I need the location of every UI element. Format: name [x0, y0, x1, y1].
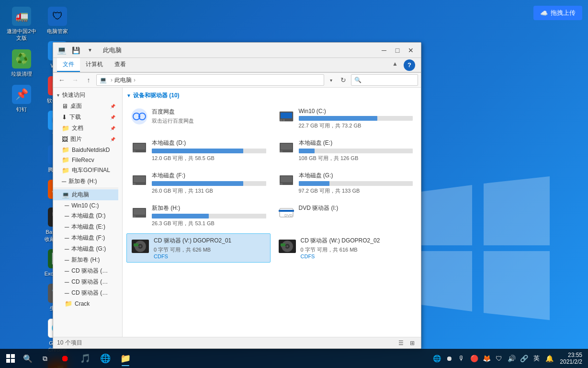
- local-d2-icon: ─: [65, 212, 69, 219]
- train-icon: 📁: [62, 167, 69, 174]
- drive-local-f[interactable]: 本地磁盘 (F:) 26.0 GB 可用，共 131 GB: [126, 168, 271, 198]
- sys-icon-network[interactable]: 🌐: [431, 350, 442, 367]
- forward-button[interactable]: →: [69, 74, 81, 86]
- new-h-bar-bg: [152, 214, 266, 218]
- ribbon-tab-computer[interactable]: 计算机: [80, 58, 109, 72]
- ribbon-tab-file[interactable]: 文件: [57, 58, 80, 72]
- taskbar-app-record[interactable]: ⏺: [56, 350, 75, 367]
- svg-rect-9: [280, 119, 283, 121]
- address-bar[interactable]: 💻 › 此电脑 ›: [96, 74, 324, 86]
- quick-dropdown-button[interactable]: ▼: [84, 46, 96, 55]
- local-e-drive-name: 本地磁盘 (E:): [299, 139, 413, 147]
- ribbon-expand-button[interactable]: ▲: [388, 58, 402, 72]
- clock-date: 2021/2/2: [560, 358, 582, 365]
- sys-icon-browser[interactable]: 🦊: [481, 350, 492, 367]
- sidebar-item-win10c[interactable]: ─ Win10 (C:): [53, 200, 118, 210]
- sidebar-item-cd-w[interactable]: ─ CD 驱动器 (W:): [53, 276, 118, 288]
- desktop-icon-game[interactable]: 🚛 遨游中国2中文版: [5, 5, 38, 44]
- sys-icon-volume[interactable]: 🔊: [506, 350, 517, 367]
- help-button[interactable]: ?: [404, 59, 415, 71]
- ribbon-tab-view[interactable]: 查看: [109, 58, 132, 72]
- sidebar-item-local-g2[interactable]: ─ 本地磁盘 (G:): [53, 243, 118, 254]
- sidebar-item-cd-v2[interactable]: ─ CD 驱动器 (V:) D: [53, 288, 118, 299]
- taskview-icon: ⧉: [43, 355, 47, 363]
- desktop-icon-trash[interactable]: ♻️ 垃圾清理: [5, 47, 38, 79]
- drive-local-e[interactable]: 本地磁盘 (E:) 108 GB 可用，共 126 GB: [273, 136, 418, 165]
- drive-cd-w[interactable]: CD 驱动器 (W:) DGOPRO2_02 0 字节 可用，共 616 MB …: [273, 233, 418, 263]
- sidebar-item-baidudisk[interactable]: 📁 BaiduNetdiskD: [53, 145, 118, 155]
- sys-icon-rec[interactable]: ⏺: [443, 350, 455, 367]
- local-e-bar-fill: [299, 149, 315, 153]
- local-e-size: 108 GB 可用，共 126 GB: [299, 155, 413, 162]
- cd-w-size: 0 字节 可用，共 616 MB: [301, 246, 413, 253]
- back-button[interactable]: ←: [56, 74, 68, 86]
- new-h-bar-fill: [152, 214, 209, 218]
- search-box[interactable]: 🔍: [351, 74, 418, 86]
- clock[interactable]: 23:55 2021/2/2: [556, 350, 586, 367]
- taskview-button[interactable]: ⧉: [36, 350, 54, 367]
- drive-local-g[interactable]: 本地磁盘 (G:) 97.2 GB 可用，共 133 GB: [273, 168, 418, 198]
- start-button[interactable]: [2, 350, 19, 367]
- local-d-drive-info: 本地磁盘 (D:) 12.0 GB 可用，共 58.5 GB: [152, 139, 266, 162]
- game-icon-img: 🚛: [12, 7, 31, 26]
- taskbar-search-button[interactable]: 🔍: [19, 350, 36, 367]
- notification-icon[interactable]: 🔔: [543, 350, 555, 367]
- view-large-icons-button[interactable]: ⊞: [407, 339, 417, 347]
- address-separator2: ›: [134, 77, 136, 83]
- sys-icon-red[interactable]: 🔴: [468, 350, 480, 367]
- svg-rect-15: [281, 144, 292, 150]
- docs-pin-icon: 📌: [110, 126, 115, 131]
- cd-v-size: 0 字节 可用，共 626 MB: [154, 246, 266, 253]
- address-dropdown-button[interactable]: ▾: [326, 75, 336, 85]
- up-button[interactable]: ↑: [83, 74, 94, 86]
- cd-w-drive-name: CD 驱动器 (W:) DGOPRO2_02: [301, 237, 413, 245]
- sys-icon-network2[interactable]: 🔗: [518, 350, 530, 367]
- svg-rect-24: [134, 209, 145, 215]
- local-f-drive-name: 本地磁盘 (F:): [152, 172, 266, 180]
- language-indicator[interactable]: 英: [531, 350, 543, 367]
- drive-cd-v[interactable]: CD 驱动器 (V:) DGOPRO2_01 0 字节 可用，共 626 MB …: [126, 233, 271, 263]
- sys-icon-shield[interactable]: 🛡: [493, 350, 505, 367]
- local-d-bar-bg: [152, 149, 266, 153]
- dingding-icon-img: 📌: [12, 85, 31, 104]
- sidebar-item-local-e2[interactable]: ─ 本地磁盘 (E:): [53, 221, 118, 232]
- refresh-button[interactable]: ↻: [338, 74, 349, 86]
- sidebar-item-crack[interactable]: 📁 Crack: [53, 299, 118, 309]
- sidebar-item-local-f2[interactable]: ─ 本地磁盘 (F:): [53, 232, 118, 243]
- close-button[interactable]: ✕: [405, 46, 417, 55]
- drive-baidu-pan[interactable]: 百度网盘 双击运行百度网盘: [126, 104, 271, 133]
- sidebar-item-documents[interactable]: 📁 文档 📌: [53, 123, 118, 134]
- minimize-button[interactable]: ─: [378, 46, 390, 55]
- sidebar-item-new-h2[interactable]: ─ 新加卷 (H:): [53, 254, 118, 265]
- pics-item-icon: 🖼: [62, 136, 68, 143]
- view-details-button[interactable]: ☰: [396, 339, 406, 347]
- desktop-icon-dingding[interactable]: 📌 钉钉: [5, 83, 38, 115]
- taskbar-app-chrome[interactable]: 🌐: [96, 350, 115, 367]
- download-pin-icon: 📌: [110, 115, 115, 120]
- baidu-upload-button[interactable]: ☁️ 拖拽上传: [533, 6, 582, 20]
- taskbar-app-music[interactable]: 🎵: [76, 350, 95, 367]
- lang-label: 英: [533, 354, 540, 363]
- sidebar-item-this-pc[interactable]: 💻 此电脑: [53, 189, 118, 200]
- quick-save-button[interactable]: 💾: [69, 46, 82, 55]
- sidebar-quick-access-header[interactable]: ▼ 快速访问: [53, 90, 118, 101]
- sidebar-item-train[interactable]: 📁 电车GO!FINAL: [53, 165, 118, 176]
- taskbar-app-explorer[interactable]: 📁: [116, 350, 135, 367]
- status-bar: 10 个项目 ☰ ⊞: [53, 337, 421, 348]
- sidebar-item-new-h[interactable]: ─ 新加卷 (H:): [53, 176, 118, 187]
- sidebar-item-desktop[interactable]: 🖥 桌面 📌: [53, 101, 118, 112]
- maximize-button[interactable]: □: [391, 46, 404, 55]
- sidebar-item-download[interactable]: ⬇ 下载 📌: [53, 112, 118, 123]
- drive-dvd-i[interactable]: DVD DVD 驱动器 (I:): [273, 201, 418, 230]
- download-item-icon: ⬇: [62, 114, 67, 121]
- sidebar-item-pictures[interactable]: 🖼 图片 📌: [53, 134, 118, 145]
- sidebar-item-filerecv[interactable]: 📁 FileRecv: [53, 155, 118, 165]
- crack-icon: 📁: [65, 300, 72, 307]
- drive-new-h[interactable]: 新加卷 (H:) 26.3 GB 可用，共 53.1 GB: [126, 201, 271, 230]
- sidebar-item-cd-v[interactable]: ─ CD 驱动器 (V:) D: [53, 265, 118, 276]
- sidebar-item-local-d2[interactable]: ─ 本地磁盘 (D:): [53, 210, 118, 221]
- desktop-icon-antivirus[interactable]: 🛡 电脑管家: [41, 5, 74, 36]
- sys-icon-media[interactable]: 🎙: [456, 350, 467, 367]
- drive-local-d[interactable]: 本地磁盘 (D:) 12.0 GB 可用，共 58.5 GB: [126, 136, 271, 165]
- drive-win10-c[interactable]: Win10 (C:) 22.7 GB 可用，共 73.2 GB: [273, 104, 418, 133]
